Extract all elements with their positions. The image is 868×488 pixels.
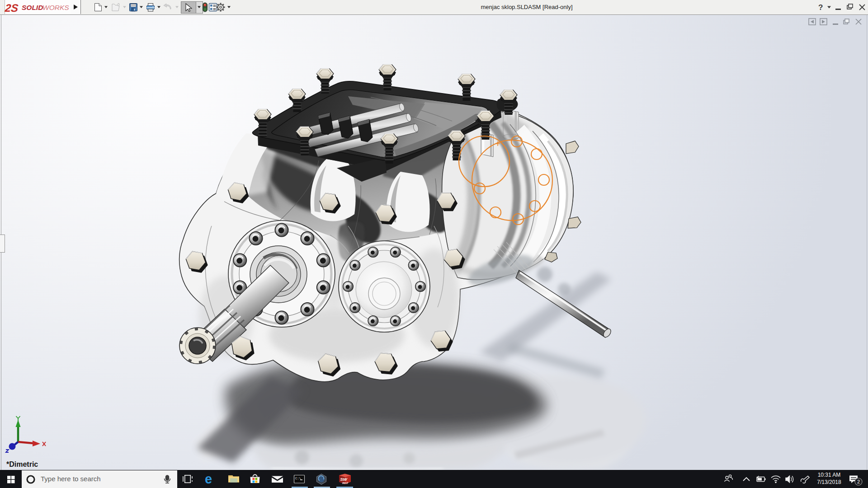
svg-text:SW: SW xyxy=(340,477,348,482)
svg-text:SOLID: SOLID xyxy=(22,4,43,11)
svg-text:?: ? xyxy=(818,3,823,12)
svg-text:C:\: C:\ xyxy=(295,477,301,480)
svg-text:2017: 2017 xyxy=(342,482,349,484)
svg-text:2S: 2S xyxy=(4,2,19,14)
svg-text:2: 2 xyxy=(857,479,860,484)
svg-text:e: e xyxy=(205,472,212,486)
svg-text:WORKS: WORKS xyxy=(42,4,69,11)
